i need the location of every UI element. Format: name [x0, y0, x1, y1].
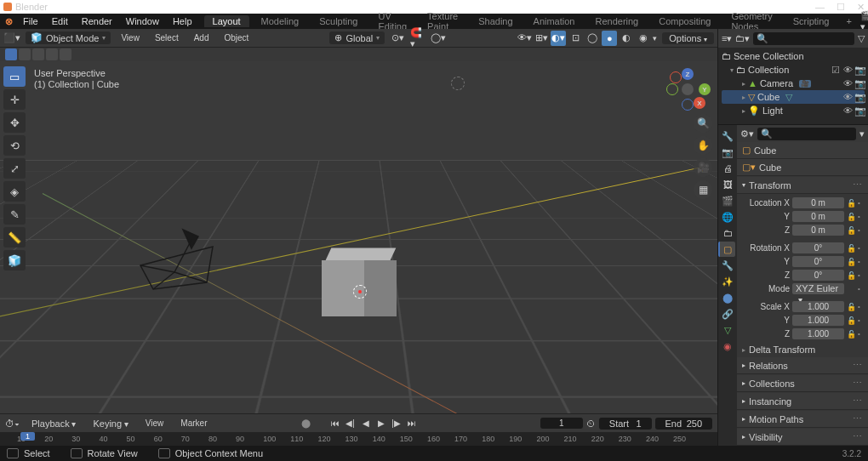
minimize-button[interactable]: —	[815, 2, 825, 13]
tool-transform[interactable]: ◈	[3, 181, 26, 202]
outliner-filter-icon[interactable]: ▽	[858, 33, 865, 44]
tree-collection[interactable]: ▾🗀Collection ☑👁📷	[722, 63, 865, 77]
tool-scale[interactable]: ⤢	[3, 158, 26, 179]
orientation-selector[interactable]: ⊕ Global ▾	[329, 31, 385, 44]
zoom-icon[interactable]: 🔍	[694, 114, 712, 133]
section-motion-paths[interactable]: ▸Motion Paths⋯	[737, 411, 868, 428]
menu-edit[interactable]: Edit	[47, 16, 73, 26]
editor-type-icon[interactable]: ⬛▾	[3, 32, 20, 43]
ptab-object[interactable]: ▢	[718, 242, 735, 257]
pan-icon[interactable]: ✋	[694, 136, 712, 155]
rotation-x-field[interactable]: 0°	[792, 242, 844, 253]
tool-rotate[interactable]: ⟲	[3, 135, 26, 156]
ptab-render[interactable]: 📷	[719, 145, 736, 160]
tab-animation[interactable]: Animation	[525, 15, 584, 27]
prev-keyframe-button[interactable]: ◀|	[344, 417, 357, 430]
ptab-tool[interactable]: 🔧	[719, 128, 736, 144]
tool-select-box[interactable]: ▭	[3, 66, 26, 87]
menu-window[interactable]: Window	[121, 16, 164, 26]
shading-solid-icon[interactable]: ●	[602, 31, 617, 46]
mode-selector[interactable]: 🧊 Object Mode ▾	[26, 31, 111, 44]
add-workspace-button[interactable]: +	[841, 16, 856, 26]
tab-modeling[interactable]: Modeling	[253, 15, 308, 27]
jump-start-button[interactable]: ⏮	[328, 417, 342, 430]
tool-cursor[interactable]: ✛	[3, 89, 26, 110]
auto-key-icon[interactable]: ⬤	[300, 417, 313, 430]
3d-viewport[interactable]: User Perspective (1) Collection | Cube ▭…	[0, 61, 717, 413]
menu-file[interactable]: File	[18, 16, 43, 26]
ptab-world[interactable]: 🌐	[719, 209, 736, 225]
rotation-z-field[interactable]: 0°	[792, 270, 844, 281]
location-y-field[interactable]: 0 m	[792, 211, 844, 222]
menu-help[interactable]: Help	[168, 16, 197, 26]
tab-layout[interactable]: Layout	[204, 15, 249, 27]
location-z-field[interactable]: 0 m	[792, 225, 844, 236]
outliner-tree[interactable]: 🗀Scene Collection ▾🗀Collection ☑👁📷 ▸▲Cam…	[718, 48, 868, 124]
playhead[interactable]: 1	[20, 432, 35, 441]
ptab-viewlayer[interactable]: 🖼	[719, 177, 736, 192]
camera-view-icon[interactable]: 🎥	[694, 158, 712, 177]
mode-square-1[interactable]	[5, 48, 17, 60]
tab-scripting[interactable]: Scripting	[785, 15, 838, 27]
ptab-physics[interactable]: ⬤	[719, 290, 736, 305]
gizmo-neg-y[interactable]	[666, 83, 678, 95]
tab-sculpting[interactable]: Sculpting	[311, 15, 366, 27]
gizmo-neg-x[interactable]	[670, 71, 682, 83]
gizmo-x[interactable]: X	[694, 97, 705, 109]
properties-datablock-row[interactable]: ▢▾Cube	[737, 159, 868, 176]
outliner-search-input[interactable]: 🔍	[753, 32, 854, 45]
start-frame-field[interactable]: Start 1	[599, 418, 652, 430]
properties-options-icon[interactable]: ▾	[859, 128, 865, 139]
rotation-mode-field[interactable]: XYZ Euler ▾	[792, 283, 844, 294]
section-relations[interactable]: ▸Relations⋯	[737, 357, 868, 374]
section-transform[interactable]: ▾Transform⋯	[737, 177, 868, 194]
timeline-menu-playback[interactable]: Playback ▾	[26, 418, 81, 429]
frame-range-icon[interactable]: ⏲	[586, 418, 596, 429]
tool-move[interactable]: ✥	[3, 112, 26, 133]
shading-rendered-icon[interactable]: ◉	[636, 31, 651, 46]
mode-square-5[interactable]	[60, 48, 71, 60]
lock-icon[interactable]: 🔓	[847, 199, 855, 208]
mode-square-2[interactable]	[19, 48, 31, 60]
tab-shading[interactable]: Shading	[470, 15, 521, 27]
jump-end-button[interactable]: ⏭	[405, 417, 419, 430]
tab-rendering[interactable]: Rendering	[586, 15, 647, 27]
section-delta-transform[interactable]: ▸Delta Transform	[737, 343, 868, 356]
snap-icon[interactable]: 🧲▾	[410, 31, 425, 46]
ptab-constraints[interactable]: 🔗	[719, 306, 736, 322]
viewport-menu-view[interactable]: View	[116, 33, 145, 43]
menu-render[interactable]: Render	[77, 16, 117, 26]
scale-y-field[interactable]: 1.000	[792, 315, 844, 326]
timeline-ruler[interactable]: 1 10 20 30 40 50 60 70 80 90 100 110 120…	[0, 432, 717, 446]
play-reverse-button[interactable]: ◀	[359, 417, 373, 430]
timeline-menu-view[interactable]: View	[140, 418, 169, 428]
header-options-button[interactable]: Options ▾	[662, 32, 714, 44]
shading-matprev-icon[interactable]: ◐	[619, 31, 634, 46]
current-frame-field[interactable]: 1	[540, 418, 583, 429]
tree-item-light[interactable]: ▸💡Light 👁📷	[722, 104, 865, 117]
properties-type-icon[interactable]: ⚙▾	[740, 128, 754, 139]
timeline-menu-keying[interactable]: Keying ▾	[88, 418, 133, 429]
ptab-data[interactable]: ▽	[719, 322, 736, 338]
outliner-display-icon[interactable]: 🗀▾	[735, 33, 750, 44]
section-instancing[interactable]: ▸Instancing⋯	[737, 393, 868, 410]
ptab-scene[interactable]: 🎬	[719, 193, 736, 208]
rotation-y-field[interactable]: 0°	[792, 256, 844, 267]
outliner-type-icon[interactable]: ≡▾	[722, 33, 732, 44]
scale-x-field[interactable]: 1.000	[792, 301, 844, 312]
pivot-icon[interactable]: ⊙▾	[390, 31, 405, 46]
gizmo-y[interactable]: Y	[699, 83, 711, 95]
shading-wire-icon[interactable]: ◯	[585, 31, 600, 46]
tree-item-cube[interactable]: ▸▽Cube▽ 👁📷	[722, 90, 865, 104]
maximize-button[interactable]: ☐	[837, 2, 845, 13]
visibility-icon[interactable]: 👁▾	[517, 31, 532, 46]
mode-square-4[interactable]	[46, 48, 58, 60]
tree-item-camera[interactable]: ▸▲Camera🎥 👁📷	[722, 77, 865, 90]
ptab-modifiers[interactable]: 🔧	[719, 258, 736, 273]
tool-measure[interactable]: 📏	[3, 227, 26, 248]
ptab-material[interactable]: ◉	[719, 339, 736, 354]
perspective-toggle-icon[interactable]: ▦	[694, 180, 712, 199]
cube-object[interactable]	[322, 242, 397, 316]
scale-z-field[interactable]: 1.000	[792, 328, 844, 339]
tool-add-cube[interactable]: 🧊	[3, 250, 26, 270]
